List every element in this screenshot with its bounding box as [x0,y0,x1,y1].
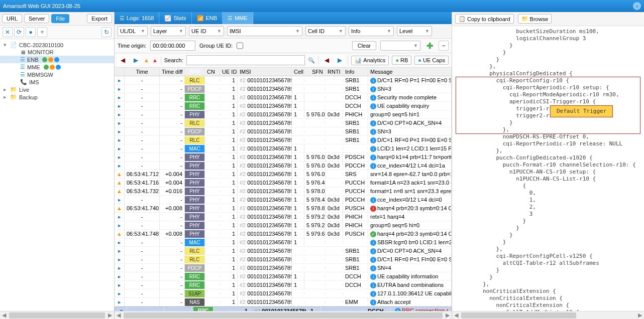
table-row[interactable]: ▸--PHY1#2 00101012345678915 976.00x3dPDS… [115,153,452,162]
column-header[interactable]: IMSI [238,68,292,76]
add-icon[interactable]: ✚ [424,41,435,51]
table-row[interactable]: ▸--RLC1#2 001010123456789SRB1iD/C=1 RF=0… [115,255,452,264]
table-row[interactable]: ▸--RRC1#2 0010101234567891DCCHiEUTRA ban… [115,281,452,289]
table-row[interactable]: ▸--MAC1#2 0010101234567891iSBSR:lcg=0 b=… [115,238,452,247]
remove-icon[interactable]: − [439,41,449,51]
clear-select[interactable]: ▼ [380,41,420,51]
close-x-icon[interactable]: ✕ [3,27,13,37]
tab-enb[interactable]: 📶ENB [192,12,223,24]
plus-icon[interactable]: + [37,27,47,37]
tree-item[interactable]: ▾📄CBC-2023010100 [0,41,114,49]
clear-button[interactable]: Clear [352,41,376,50]
tree-item[interactable]: ☰MME [0,63,114,71]
table-row[interactable]: ▸--PHY1#2 00101012345678915 976.00x3dPHI… [115,110,452,119]
column-header[interactable]: Cell [292,68,304,76]
column-header[interactable]: UE ID [220,68,238,76]
arrow-up-icon: ▲ [117,188,122,194]
tab-logs-[interactable]: ☰Logs: 1658 [115,12,159,24]
scrollbar[interactable]: ◀▶ [0,311,114,319]
table-row[interactable]: ▸--PHY1#2 00101012345678915 979.20x3dPHI… [115,213,452,221]
tree-item[interactable]: 📞IMS [0,78,114,86]
table-row[interactable]: ▲06:53:41.748+0.008PHY1#2 00101012345678… [115,230,452,238]
table-row[interactable]: ▸--RLC1#2 001010123456789SRB1iD/C=1 RF=0… [115,76,452,85]
table-row[interactable]: ▸--RLC1#2 001010123456789SRB1iD/C=1 RF=0… [115,136,452,144]
message: SBSR:lcg=0 b=0 LCID:1 len=2 LCID:1 len [377,239,452,245]
table-row[interactable]: ▸--PDCP1#2 001010123456789SRB1iSN=3 [115,85,452,93]
rb-button[interactable]: ●RB [392,56,411,65]
tree-item[interactable]: 🖥MONITOR [0,49,114,56]
callout: Default Trigger [550,105,613,117]
error-icon[interactable]: ▲ [152,57,158,63]
copy-clipboard-button[interactable]: 📋Copy to clipboard [455,14,514,24]
table-row[interactable]: ▸--MAC1#2 0010101234567891iLCID:1 len=2 … [115,144,452,153]
table-row[interactable]: ▸--RRC1#2 0010101234567891DCCHiSecurity … [115,93,452,102]
browse-button[interactable]: 📁Browse [518,14,552,24]
arrow-right-icon: ▸ [118,137,121,143]
nav-next-icon[interactable]: ▶ [335,55,345,65]
sync-icon[interactable]: ⟳ [14,27,24,37]
arrow-left-icon[interactable]: ◀ [118,55,128,65]
search-input[interactable] [186,55,305,65]
collapse-icon[interactable]: ‹ [633,2,641,10]
table-row[interactable]: ▸--PDCP1#2 001010123456789SRB1iSN=4 [115,264,452,272]
tree-item[interactable]: ▸📁Live [0,86,114,93]
table-row[interactable]: ▸--RRC1#2 0010101234567891DCCHiRRC conne… [115,306,452,311]
info-icon: i [370,146,376,152]
tab-stats[interactable]: 📈Stats [159,12,191,24]
table-row[interactable]: ▸--PHY1#2 00101012345678915 976.00x3dPDC… [115,162,452,170]
uecaps-button[interactable]: ●UE Caps [414,56,449,65]
tree-item[interactable]: ☰MBMSGW [0,71,114,78]
group-ueid-checkbox[interactable] [237,41,243,51]
error-icon: ! [370,206,376,212]
right-scrollbar[interactable]: ◀▶ [452,311,644,319]
tab-mme[interactable]: ☰MME [223,12,253,24]
layer-select[interactable]: Layer▼ [151,26,186,36]
info-icon: i [370,163,376,169]
bulb-icon[interactable]: ● [26,27,36,37]
ueid-select[interactable]: UE ID▼ [189,26,224,36]
level-select[interactable]: Level▼ [397,26,432,36]
binoculars-icon[interactable]: 🔍 [308,57,315,64]
table-row[interactable]: ▸--RRC1#2 0010101234567891DCCHiUE capabi… [115,272,452,281]
table-row[interactable]: ▲06:53:41.712+0.004PHY1#2 00101012345678… [115,170,452,179]
nav-prev-icon[interactable]: ◀ [321,55,332,65]
column-header[interactable]: Info [343,68,368,76]
table-row[interactable]: ▸--NAS1#2 001010123456789EMMiAttach acce… [115,298,452,306]
column-header[interactable]: SFN [304,68,326,76]
table-row[interactable]: ▸--S1AP1#2 001010123456789i127.0.1.100:3… [115,289,452,298]
column-header[interactable]: Message [368,68,452,76]
time-origin-input[interactable] [150,41,195,51]
column-header[interactable] [115,68,125,76]
imsi-select[interactable]: IMSI▼ [227,26,302,36]
url-button[interactable]: URL [2,14,22,23]
table-row[interactable]: ▸--PDCP1#2 001010123456789SRB1iSN=3 [115,127,452,136]
table-row[interactable]: ▸--RLC1#2 001010123456789SRB1iD/C=0 CPT=… [115,247,452,255]
tree-item[interactable]: ☰ENB [0,56,114,63]
table-row[interactable]: ▲06:53:41.740+0.008PHY1#2 00101012345678… [115,204,452,213]
table-row[interactable]: ▸--PHY1#2 00101012345678915 979.20x3dPHI… [115,221,452,230]
warn-icon[interactable]: ▲ [144,57,149,63]
table-row[interactable]: ▲06:53:41.732+0.016PHY1#2 00101012345678… [115,187,452,196]
column-header[interactable]: Time [125,68,160,76]
refresh-icon[interactable]: ↻ [101,27,112,37]
table-row[interactable]: ▸--PHY1#2 00101012345678915 978.40x3dPDC… [115,196,452,204]
info-select[interactable]: Info▼ [349,26,394,36]
center-scrollbar[interactable]: ◀▶ [115,311,452,319]
table-row[interactable]: ▲06:53:41.716+0.004PHY1#2 00101012345678… [115,179,452,187]
arrow-right-icon[interactable]: ▶ [131,55,141,65]
table-row[interactable]: ▸--RLC1#2 001010123456789SRB1iD/C=0 CPT=… [115,119,452,127]
export-button[interactable]: Export [87,14,112,23]
uldl-select[interactable]: UL/DL▼ [118,26,148,36]
column-header[interactable]: Time diff [160,68,185,76]
table-row[interactable]: ▸--RRC1#2 0010101234567891DCCHiUE capabi… [115,102,452,110]
cellid-select[interactable]: Cell ID▼ [305,26,346,36]
tree-item[interactable]: ▸📁Backup [0,93,114,101]
file-button[interactable]: File [51,14,69,23]
server-button[interactable]: Server [24,14,49,23]
tree-label: Live [19,87,29,93]
column-header[interactable]: CN [205,68,220,76]
status-dot [50,65,55,70]
analytics-button[interactable]: 📊Analytics [351,56,389,65]
column-header[interactable]: RAN [185,68,205,76]
column-header[interactable]: RNTI [326,68,343,76]
